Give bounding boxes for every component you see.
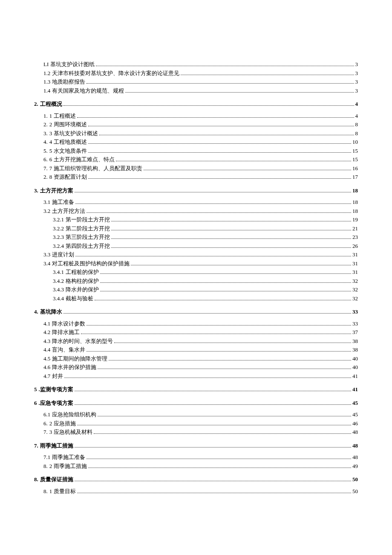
toc-leader-dots: [88, 152, 352, 153]
toc-leader-dots: [181, 75, 354, 75]
toc-leader-dots: [125, 92, 354, 93]
toc-leader-dots: [75, 404, 351, 405]
toc-page-number: 3: [355, 69, 358, 78]
toc-label: 第二阶段土方开挖: [66, 224, 110, 233]
toc-number: 3.2.3: [53, 233, 64, 241]
toc-leader-dots: [86, 325, 351, 325]
toc-number: 6.: [43, 155, 48, 164]
toc-label: 降水的时间、水泵的型号: [52, 337, 113, 346]
toc-leader-dots: [114, 343, 351, 343]
toc-page-number: 45: [352, 399, 358, 407]
toc-number: 2.: [43, 120, 48, 129]
toc-label: 4 工程地质概述: [49, 138, 87, 146]
toc-leader-dots: [75, 391, 351, 391]
toc-number: 4.1: [43, 320, 50, 328]
toc-label: .应急专项方案: [39, 399, 73, 407]
toc-page-number: 15: [352, 155, 358, 164]
toc-entry: 1.3地质勘察报告3: [34, 78, 358, 86]
toc-page-number: 48: [352, 453, 358, 462]
toc-page-number: 15: [352, 147, 358, 155]
toc-number: 8.: [34, 475, 38, 484]
toc-entry: LI基坑支护设计图纸3: [34, 60, 358, 69]
toc-entry: 4.6降水井的保护措施40: [34, 363, 358, 372]
toc-label: 工程桩的保护: [66, 268, 99, 276]
toc-number: 4.6: [43, 363, 50, 372]
toc-label: .监测专项方案: [39, 385, 73, 394]
toc-number: 1.2: [43, 69, 50, 78]
toc-page-number: 26: [352, 242, 358, 250]
toc-number: 4.: [43, 138, 48, 146]
toc-leader-dots: [109, 360, 351, 360]
toc-number: LI: [43, 60, 49, 69]
toc-leader-dots: [77, 117, 354, 118]
toc-label: 地质勘察报告: [52, 78, 85, 86]
toc-entry: 7.雨季施工措施48: [34, 442, 358, 450]
toc-label: 第一阶段土方开挖: [66, 215, 110, 224]
toc-leader-dots: [94, 433, 352, 434]
toc-label: 截桩与验桩: [66, 294, 93, 303]
toc-entry: 4.1降水设计参数33: [34, 320, 358, 328]
toc-entry: 3.4.2格构柱的保护32: [34, 277, 358, 285]
toc-page-number: 8: [355, 120, 358, 129]
toc-label: 降水井的保护措施: [52, 363, 96, 372]
toc-label: 降排水施工: [52, 328, 80, 337]
toc-number: 8.: [43, 462, 48, 471]
toc-number: 1.: [43, 112, 48, 120]
toc-page-number: 50: [352, 475, 358, 484]
toc-entry: 3.4对工程桩及围护结构的保护措施31: [34, 259, 358, 268]
toc-page-number: 19: [352, 215, 358, 224]
toc-leader-dots: [99, 135, 354, 135]
toc-leader-dots: [75, 256, 351, 256]
toc-label: 封井: [52, 372, 63, 381]
toc-page-number: 40: [352, 363, 358, 372]
toc-entry: 6.2 应急措施46: [34, 419, 358, 428]
toc-leader-dots: [81, 334, 351, 334]
toc-entry: 2.工程概况4: [34, 100, 358, 108]
table-of-contents: LI基坑支护设计图纸31.2天津市科技委对基坑支护、降水设计方案的论证意见31.…: [34, 60, 358, 495]
toc-page-number: 48: [352, 442, 358, 450]
toc-entry: 2.8 资源配置计划17: [34, 173, 358, 181]
toc-label: 降水设计参数: [52, 320, 85, 328]
toc-number: 3.1: [43, 198, 50, 206]
toc-leader-dots: [86, 212, 351, 213]
toc-leader-dots: [100, 291, 351, 291]
toc-entry: 2.2 周围环境概述8: [34, 120, 358, 129]
toc-label: 格构柱的保护: [66, 277, 99, 285]
toc-label: 3 应急机械及材料: [49, 428, 92, 436]
toc-page-number: 38: [352, 337, 358, 346]
toc-leader-dots: [86, 351, 351, 352]
toc-page-number: 17: [352, 173, 358, 181]
toc-label: 6 土方开挖施工难点、特点: [49, 155, 115, 164]
toc-label: 施工准备: [52, 198, 74, 206]
toc-number: 1.3: [43, 78, 50, 86]
toc-leader-dots: [86, 459, 351, 459]
toc-number: 3.4.2: [53, 277, 64, 285]
toc-entry: 7.3 应急机械及材料48: [34, 428, 358, 436]
toc-entry: 3.2.4第四阶段土方开挖26: [34, 242, 358, 250]
toc-page-number: 3: [355, 60, 358, 69]
toc-number: 4.4: [43, 346, 50, 354]
toc-entry: 4.5施工期间的抽降水管理40: [34, 355, 358, 363]
toc-leader-dots: [88, 143, 352, 144]
toc-entry: 6.6 土方开挖施工难点、特点15: [34, 155, 358, 164]
toc-label: 基坑降水: [40, 308, 62, 316]
toc-leader-dots: [86, 83, 354, 84]
toc-leader-dots: [88, 126, 354, 126]
toc-leader-dots: [77, 425, 352, 425]
toc-page-number: 4: [355, 112, 358, 120]
toc-page-number: 16: [352, 164, 358, 173]
toc-entry: 7.1雨季施工准备48: [34, 453, 358, 462]
toc-page-number: 40: [352, 355, 358, 363]
toc-entry: 3.4.4截桩与验桩32: [34, 294, 358, 303]
toc-leader-dots: [98, 416, 351, 416]
toc-label: 2 应急措施: [49, 419, 76, 428]
toc-entry: 3.3 基坑支护设计概述8: [34, 129, 358, 138]
toc-page-number: 10: [352, 138, 358, 146]
toc-number: 4.: [34, 308, 38, 316]
toc-leader-dots: [116, 161, 352, 161]
toc-entry: 1.1 工程概述4: [34, 112, 358, 120]
toc-leader-dots: [98, 369, 351, 369]
toc-leader-dots: [75, 481, 351, 481]
toc-label: 8 资源配置计划: [49, 173, 87, 181]
toc-leader-dots: [75, 203, 351, 204]
